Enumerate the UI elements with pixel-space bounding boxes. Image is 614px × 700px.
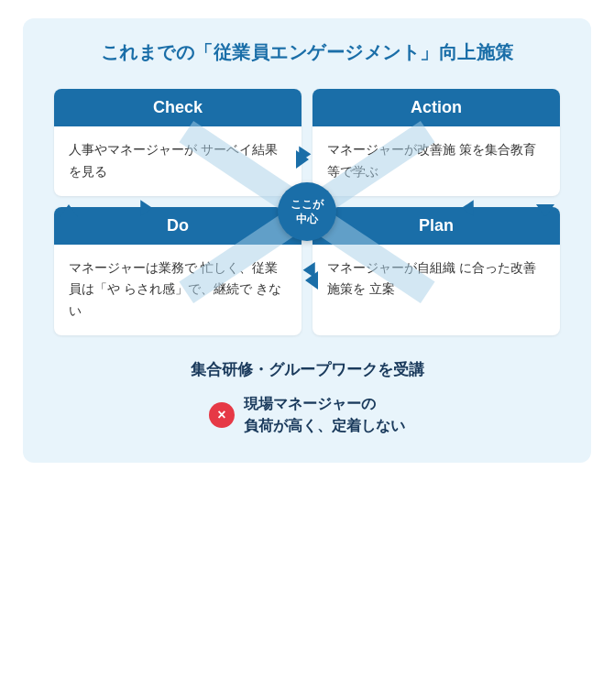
pdca-grid: Check 人事やマネージャーが サーベイ結果を見る Action マネージャー… <box>49 83 565 341</box>
check-header: Check <box>54 89 302 126</box>
main-container: これまでの「従業員エンゲージメント」向上施策 Check 人事やマネージャーが … <box>23 18 591 463</box>
page-title: これまでの「従業員エンゲージメント」向上施策 <box>49 40 565 65</box>
problem-text: 現場マネージャーの 負荷が高く、定着しない <box>244 393 405 437</box>
plan-body: マネージャーが自組織 に合った改善施策を 立案 <box>312 245 560 314</box>
problem-box: × 現場マネージャーの 負荷が高く、定着しない <box>209 393 405 437</box>
quadrant-plan: Plan マネージャーが自組織 に合った改善施策を 立案 <box>312 207 560 335</box>
quadrant-check: Check 人事やマネージャーが サーベイ結果を見る <box>54 89 302 196</box>
x-icon: × <box>209 402 235 428</box>
plan-header: Plan <box>312 207 560 245</box>
quadrant-action: Action マネージャーが改善施 策を集合教育等で学ぶ <box>312 89 560 196</box>
bottom-section: 集合研修・グループワークを受講 × 現場マネージャーの 負荷が高く、定着しない <box>49 359 565 437</box>
do-header: Do <box>54 207 302 245</box>
action-body: マネージャーが改善施 策を集合教育等で学ぶ <box>312 126 560 196</box>
workshop-label: 集合研修・グループワークを受講 <box>49 359 565 380</box>
action-header: Action <box>312 89 560 126</box>
check-body: 人事やマネージャーが サーベイ結果を見る <box>54 126 302 196</box>
do-body: マネージャーは業務で 忙しく、従業員は「や らされ感」で、継続で きない <box>54 245 302 335</box>
quadrant-do: Do マネージャーは業務で 忙しく、従業員は「や らされ感」で、継続で きない <box>54 207 302 335</box>
